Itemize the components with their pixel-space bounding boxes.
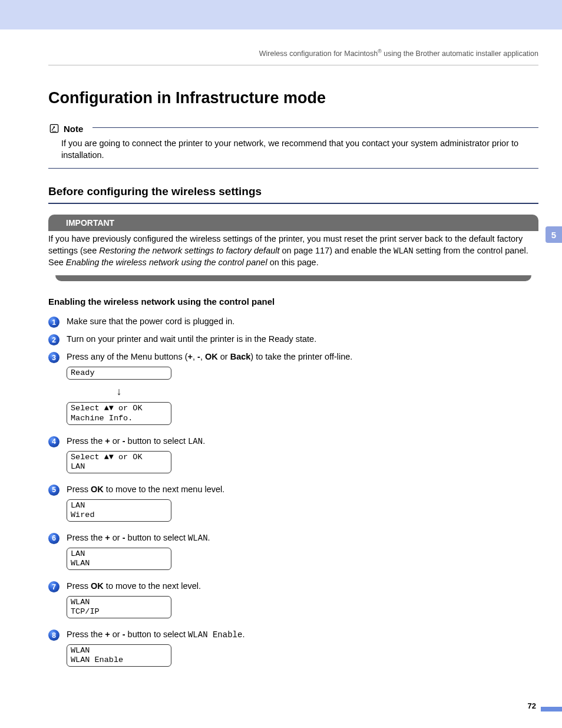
header-right: using the Brother automatic installer ap…: [382, 50, 538, 58]
step-5-body: Press OK to move to the next menu level.…: [67, 484, 538, 526]
step-2-text: Turn on your printer and wait until the …: [67, 334, 538, 345]
lcd-wlan-enable: WLAN WLAN Enable: [67, 644, 171, 667]
s8-t3: .: [242, 630, 244, 639]
step-bullet-8: 8: [48, 630, 59, 641]
step-bullet-5: 5: [48, 485, 59, 496]
note-block: Note If you are going to connect the pri…: [48, 123, 538, 169]
s6-t3: .: [208, 533, 210, 542]
s5-b1: OK: [91, 485, 104, 494]
registered-mark: ®: [378, 48, 382, 54]
s3-c1: ,: [193, 352, 197, 361]
step-bullet-4: 4: [48, 436, 59, 447]
step-7-body: Press OK to move to the next level. WLAN…: [67, 581, 538, 623]
step-4: 4 Press the + or - button to select LAN.…: [48, 436, 538, 478]
s5-t1: Press: [67, 485, 91, 494]
s4-t2: button to select: [125, 436, 188, 446]
s3-c3: or: [218, 352, 230, 361]
s6-m: WLAN: [188, 533, 208, 543]
important-body: If you have previously configured the wi…: [48, 233, 538, 268]
s6-t2: button to select: [125, 533, 188, 542]
s3-b1: +: [188, 352, 193, 361]
step-bullet-2: 2: [48, 334, 59, 345]
s5-t2: to move to the next menu level.: [104, 485, 225, 494]
running-header: Wireless configuration for Macintosh® us…: [48, 48, 538, 65]
s6-b1: +: [105, 533, 110, 542]
lcd-lan: Select ▲▼ or OK LAN: [67, 451, 171, 473]
section-heading: Before configuring the wireless settings: [48, 185, 538, 204]
step-1-text: Make sure that the power cord is plugged…: [67, 316, 538, 328]
note-rule-top: [92, 127, 538, 128]
imp-mono-wlan: WLAN: [394, 246, 414, 256]
step-5: 5 Press OK to move to the next menu leve…: [48, 484, 538, 526]
important-bar: IMPORTANT: [48, 215, 538, 231]
header-left: Wireless configuration for Macintosh: [259, 50, 378, 58]
lcd-wlan: LAN WLAN: [67, 548, 171, 570]
step-2: 2 Turn on your printer and wait until th…: [48, 334, 538, 345]
imp-italic-2: Enabling the wireless network using the …: [66, 258, 267, 267]
note-heading-row: Note: [48, 123, 538, 134]
step-bullet-6: 6: [48, 533, 59, 544]
step-8-body: Press the + or - button to select WLAN E…: [67, 629, 538, 671]
s4-b1: +: [105, 436, 110, 446]
lcd-ready: Ready: [67, 367, 171, 380]
page-number: 72: [528, 701, 536, 710]
s3-b4: Back: [230, 352, 251, 361]
step-bullet-1: 1: [48, 317, 59, 328]
s6-t1: Press the: [67, 533, 105, 542]
step-7: 7 Press OK to move to the next level. WL…: [48, 581, 538, 623]
note-label: Note: [64, 124, 83, 134]
s7-t1: Press: [67, 581, 91, 591]
s4-m: LAN: [188, 437, 203, 446]
step-6: 6 Press the + or - button to select WLAN…: [48, 532, 538, 575]
page-title: Configuration in Infrastructure mode: [48, 89, 538, 107]
s3-t2: ) to take the printer off-line.: [250, 352, 352, 361]
page-number-bar: [541, 707, 562, 711]
s7-b1: OK: [91, 581, 104, 591]
step-8: 8 Press the + or - button to select WLAN…: [48, 629, 538, 671]
s3-t1: Press any of the Menu buttons (: [67, 352, 188, 361]
note-rule-bottom: [48, 168, 538, 169]
s8-t1: Press the: [67, 630, 105, 639]
step-1: 1 Make sure that the power cord is plugg…: [48, 316, 538, 328]
lcd-tcpip: WLAN TCP/IP: [67, 596, 171, 618]
s7-t2: to move to the next level.: [104, 581, 201, 591]
arrow-down-icon: ↓: [67, 384, 171, 398]
sub-heading: Enabling the wireless network using the …: [48, 297, 538, 307]
step-bullet-3: 3: [48, 352, 59, 363]
s4-t3: .: [203, 436, 205, 446]
s4-c1: or: [110, 436, 123, 446]
step-3: 3 Press any of the Menu buttons (+, -, O…: [48, 351, 538, 429]
s8-m: WLAN Enable: [188, 630, 242, 640]
imp-text-4: on this page.: [267, 258, 319, 267]
step-6-body: Press the + or - button to select WLAN. …: [67, 532, 538, 575]
s8-t2: button to select: [125, 630, 188, 639]
imp-text-2: on page 117) and enable the: [280, 246, 394, 255]
imp-italic-1: Restoring the network settings to factor…: [99, 246, 279, 255]
important-footer: [55, 275, 531, 281]
s3-b3: OK: [205, 352, 218, 361]
step-4-body: Press the + or - button to select LAN. S…: [67, 436, 538, 478]
note-icon: [48, 123, 60, 134]
s3-c2: ,: [200, 352, 205, 361]
note-body: If you are going to connect the printer …: [48, 134, 538, 168]
page-content: Wireless configuration for Macintosh® us…: [0, 0, 562, 677]
step-3-body: Press any of the Menu buttons (+, -, OK …: [67, 351, 538, 429]
s4-t1: Press the: [67, 436, 105, 446]
s8-b1: +: [105, 630, 110, 639]
s8-c1: or: [110, 630, 123, 639]
step-bullet-7: 7: [48, 581, 59, 592]
s6-c1: or: [110, 533, 123, 542]
lcd-machine-info: Select ▲▼ or OK Machine Info.: [67, 402, 171, 424]
lcd-wired: LAN Wired: [67, 499, 171, 522]
